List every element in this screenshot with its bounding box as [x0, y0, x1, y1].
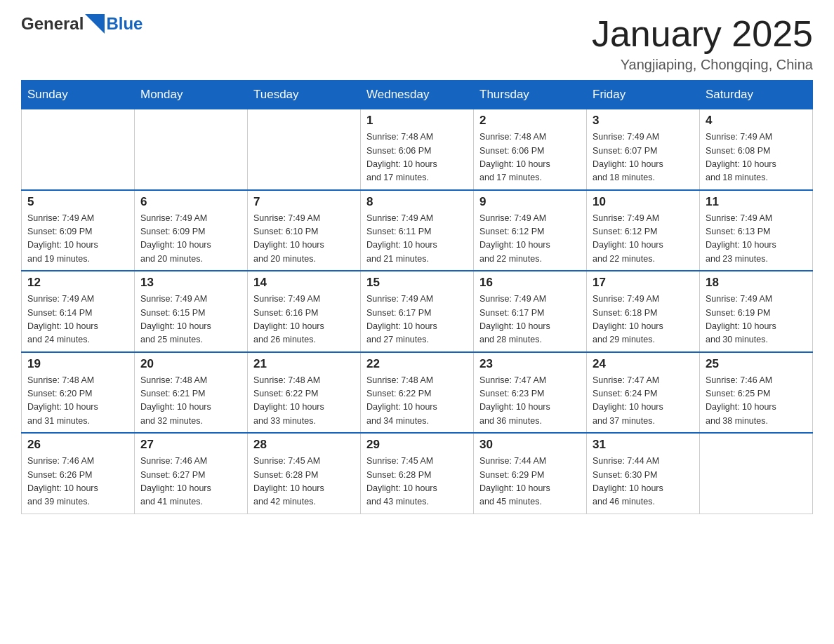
day-number: 6	[140, 195, 241, 209]
weekday-header-thursday: Thursday	[474, 81, 587, 109]
day-info: Sunrise: 7:48 AMSunset: 6:22 PMDaylight:…	[253, 374, 355, 429]
calendar-cell: 20Sunrise: 7:48 AMSunset: 6:21 PMDayligh…	[135, 352, 248, 434]
calendar-cell: 26Sunrise: 7:46 AMSunset: 6:26 PMDayligh…	[22, 433, 135, 514]
day-info: Sunrise: 7:46 AMSunset: 6:27 PMDaylight:…	[140, 455, 241, 509]
day-info: Sunrise: 7:48 AMSunset: 6:21 PMDaylight:…	[140, 374, 241, 429]
calendar-week-row: 1Sunrise: 7:48 AMSunset: 6:06 PMDaylight…	[22, 109, 813, 190]
day-info: Sunrise: 7:45 AMSunset: 6:28 PMDaylight:…	[253, 455, 355, 509]
day-number: 31	[593, 438, 694, 452]
calendar-cell: 5Sunrise: 7:49 AMSunset: 6:09 PMDaylight…	[22, 190, 135, 271]
calendar-cell: 15Sunrise: 7:49 AMSunset: 6:17 PMDayligh…	[361, 271, 474, 352]
day-number: 16	[479, 276, 581, 290]
day-info: Sunrise: 7:49 AMSunset: 6:08 PMDaylight:…	[706, 130, 807, 185]
calendar-cell: 28Sunrise: 7:45 AMSunset: 6:28 PMDayligh…	[248, 433, 361, 514]
calendar-cell: 30Sunrise: 7:44 AMSunset: 6:29 PMDayligh…	[474, 433, 587, 514]
day-info: Sunrise: 7:48 AMSunset: 6:06 PMDaylight:…	[479, 130, 581, 185]
day-info: Sunrise: 7:49 AMSunset: 6:19 PMDaylight:…	[706, 293, 807, 347]
weekday-header-wednesday: Wednesday	[361, 81, 474, 109]
calendar-cell: 21Sunrise: 7:48 AMSunset: 6:22 PMDayligh…	[248, 352, 361, 434]
day-info: Sunrise: 7:44 AMSunset: 6:30 PMDaylight:…	[593, 455, 694, 509]
day-number: 22	[366, 357, 468, 371]
day-info: Sunrise: 7:49 AMSunset: 6:12 PMDaylight:…	[593, 212, 694, 267]
day-number: 14	[253, 276, 355, 290]
calendar-cell: 23Sunrise: 7:47 AMSunset: 6:23 PMDayligh…	[474, 352, 587, 434]
calendar-cell: 3Sunrise: 7:49 AMSunset: 6:07 PMDaylight…	[587, 109, 700, 190]
day-info: Sunrise: 7:49 AMSunset: 6:18 PMDaylight:…	[593, 293, 694, 347]
calendar-table: SundayMondayTuesdayWednesdayThursdayFrid…	[21, 80, 813, 514]
day-info: Sunrise: 7:49 AMSunset: 6:17 PMDaylight:…	[479, 293, 581, 347]
day-info: Sunrise: 7:49 AMSunset: 6:17 PMDaylight:…	[366, 293, 468, 347]
calendar-cell: 12Sunrise: 7:49 AMSunset: 6:14 PMDayligh…	[22, 271, 135, 352]
calendar-cell: 27Sunrise: 7:46 AMSunset: 6:27 PMDayligh…	[135, 433, 248, 514]
logo-general: General	[21, 14, 84, 34]
logo-triangle-icon	[85, 14, 105, 34]
day-number: 15	[366, 276, 468, 290]
weekday-header-friday: Friday	[587, 81, 700, 109]
calendar-cell: 11Sunrise: 7:49 AMSunset: 6:13 PMDayligh…	[700, 190, 813, 271]
day-number: 7	[253, 195, 355, 209]
calendar-cell: 22Sunrise: 7:48 AMSunset: 6:22 PMDayligh…	[361, 352, 474, 434]
calendar-cell: 29Sunrise: 7:45 AMSunset: 6:28 PMDayligh…	[361, 433, 474, 514]
calendar-cell	[248, 109, 361, 190]
calendar-week-row: 26Sunrise: 7:46 AMSunset: 6:26 PMDayligh…	[22, 433, 813, 514]
calendar-cell: 1Sunrise: 7:48 AMSunset: 6:06 PMDaylight…	[361, 109, 474, 190]
calendar-cell: 24Sunrise: 7:47 AMSunset: 6:24 PMDayligh…	[587, 352, 700, 434]
day-info: Sunrise: 7:49 AMSunset: 6:10 PMDaylight:…	[253, 212, 355, 267]
day-number: 17	[593, 276, 694, 290]
day-number: 12	[27, 276, 128, 290]
calendar-cell: 19Sunrise: 7:48 AMSunset: 6:20 PMDayligh…	[22, 352, 135, 434]
day-info: Sunrise: 7:47 AMSunset: 6:24 PMDaylight:…	[593, 374, 694, 429]
day-number: 4	[706, 114, 807, 128]
calendar-cell: 9Sunrise: 7:49 AMSunset: 6:12 PMDaylight…	[474, 190, 587, 271]
logo-blue: Blue	[106, 14, 143, 34]
day-number: 30	[479, 438, 581, 452]
day-number: 10	[593, 195, 694, 209]
calendar-cell: 16Sunrise: 7:49 AMSunset: 6:17 PMDayligh…	[474, 271, 587, 352]
calendar-cell: 13Sunrise: 7:49 AMSunset: 6:15 PMDayligh…	[135, 271, 248, 352]
day-info: Sunrise: 7:48 AMSunset: 6:22 PMDaylight:…	[366, 374, 468, 429]
day-info: Sunrise: 7:48 AMSunset: 6:20 PMDaylight:…	[27, 374, 128, 429]
day-info: Sunrise: 7:49 AMSunset: 6:11 PMDaylight:…	[366, 212, 468, 267]
calendar-week-row: 5Sunrise: 7:49 AMSunset: 6:09 PMDaylight…	[22, 190, 813, 271]
day-number: 8	[366, 195, 468, 209]
day-info: Sunrise: 7:49 AMSunset: 6:14 PMDaylight:…	[27, 293, 128, 347]
calendar-cell: 8Sunrise: 7:49 AMSunset: 6:11 PMDaylight…	[361, 190, 474, 271]
day-info: Sunrise: 7:49 AMSunset: 6:15 PMDaylight:…	[140, 293, 241, 347]
calendar-cell: 31Sunrise: 7:44 AMSunset: 6:30 PMDayligh…	[587, 433, 700, 514]
calendar-cell: 6Sunrise: 7:49 AMSunset: 6:09 PMDaylight…	[135, 190, 248, 271]
day-info: Sunrise: 7:49 AMSunset: 6:12 PMDaylight:…	[479, 212, 581, 267]
calendar-cell: 17Sunrise: 7:49 AMSunset: 6:18 PMDayligh…	[587, 271, 700, 352]
day-number: 29	[366, 438, 468, 452]
location: Yangjiaping, Chongqing, China	[592, 57, 813, 73]
day-number: 21	[253, 357, 355, 371]
day-number: 28	[253, 438, 355, 452]
calendar-cell	[22, 109, 135, 190]
day-number: 18	[706, 276, 807, 290]
calendar-cell: 10Sunrise: 7:49 AMSunset: 6:12 PMDayligh…	[587, 190, 700, 271]
logo: General Blue	[21, 14, 143, 34]
calendar-cell: 18Sunrise: 7:49 AMSunset: 6:19 PMDayligh…	[700, 271, 813, 352]
day-info: Sunrise: 7:49 AMSunset: 6:07 PMDaylight:…	[593, 130, 694, 185]
calendar-cell: 4Sunrise: 7:49 AMSunset: 6:08 PMDaylight…	[700, 109, 813, 190]
calendar-cell: 2Sunrise: 7:48 AMSunset: 6:06 PMDaylight…	[474, 109, 587, 190]
day-number: 9	[479, 195, 581, 209]
weekday-header-saturday: Saturday	[700, 81, 813, 109]
month-title: January 2025	[592, 14, 813, 54]
calendar-cell: 7Sunrise: 7:49 AMSunset: 6:10 PMDaylight…	[248, 190, 361, 271]
calendar-header-row: SundayMondayTuesdayWednesdayThursdayFrid…	[22, 81, 813, 109]
day-info: Sunrise: 7:45 AMSunset: 6:28 PMDaylight:…	[366, 455, 468, 509]
day-number: 26	[27, 438, 128, 452]
calendar-cell	[700, 433, 813, 514]
day-info: Sunrise: 7:44 AMSunset: 6:29 PMDaylight:…	[479, 455, 581, 509]
day-info: Sunrise: 7:49 AMSunset: 6:09 PMDaylight:…	[27, 212, 128, 267]
calendar-cell	[135, 109, 248, 190]
day-number: 20	[140, 357, 241, 371]
day-number: 3	[593, 114, 694, 128]
day-number: 5	[27, 195, 128, 209]
day-number: 23	[479, 357, 581, 371]
day-info: Sunrise: 7:48 AMSunset: 6:06 PMDaylight:…	[366, 130, 468, 185]
day-info: Sunrise: 7:49 AMSunset: 6:16 PMDaylight:…	[253, 293, 355, 347]
svg-marker-0	[85, 14, 105, 34]
calendar-cell: 14Sunrise: 7:49 AMSunset: 6:16 PMDayligh…	[248, 271, 361, 352]
calendar-week-row: 19Sunrise: 7:48 AMSunset: 6:20 PMDayligh…	[22, 352, 813, 434]
